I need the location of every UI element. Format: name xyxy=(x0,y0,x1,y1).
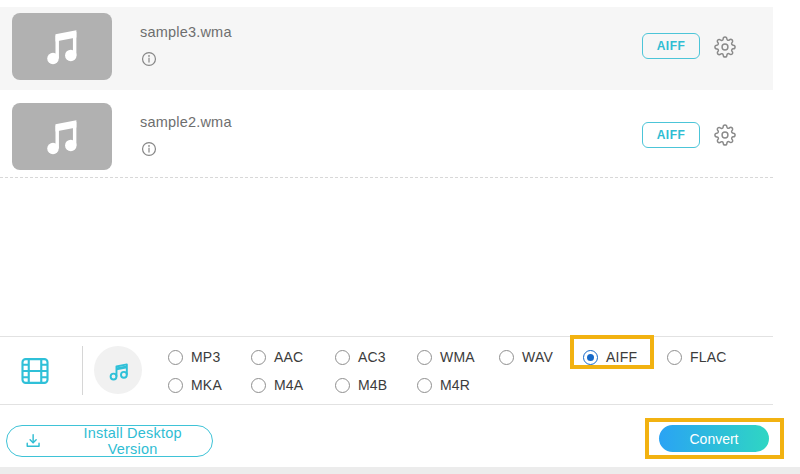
radio-icon xyxy=(499,350,514,365)
audio-thumbnail xyxy=(12,103,112,170)
format-label: AIFF xyxy=(606,349,637,365)
radio-icon xyxy=(417,378,432,393)
radio-icon xyxy=(335,350,350,365)
format-radio-m4a[interactable]: M4A xyxy=(251,376,303,394)
format-label: MKA xyxy=(191,377,222,393)
install-label: Install Desktop Version xyxy=(59,425,206,457)
format-label: M4B xyxy=(358,377,387,393)
format-radio-mka[interactable]: MKA xyxy=(168,376,222,394)
radio-icon xyxy=(168,350,183,365)
format-radio-m4r[interactable]: M4R xyxy=(417,376,470,394)
file-name: sample2.wma xyxy=(140,114,232,130)
radio-icon-selected xyxy=(583,350,598,365)
radio-icon xyxy=(335,378,350,393)
radio-icon xyxy=(417,350,432,365)
file-format-button[interactable]: AIFF xyxy=(642,122,700,148)
format-label: MP3 xyxy=(191,349,220,365)
format-radio-aac[interactable]: AAC xyxy=(251,348,303,366)
install-desktop-version-button[interactable]: Install Desktop Version xyxy=(6,425,213,457)
format-radio-m4b[interactable]: M4B xyxy=(335,376,387,394)
info-icon[interactable] xyxy=(140,140,158,158)
format-label: AC3 xyxy=(358,349,386,365)
radio-icon xyxy=(251,378,266,393)
bottom-edge-strip xyxy=(0,467,800,474)
format-radio-wma[interactable]: WMA xyxy=(417,348,475,366)
format-label: M4A xyxy=(274,377,303,393)
film-icon[interactable] xyxy=(20,356,50,386)
file-name: sample3.wma xyxy=(140,24,232,40)
music-note-icon xyxy=(39,114,85,160)
music-note-icon xyxy=(39,24,85,70)
music-note-icon xyxy=(105,357,132,384)
file-row[interactable]: sample2.wma AIFF xyxy=(0,90,773,178)
convert-button[interactable]: Convert xyxy=(659,425,769,452)
format-label: AAC xyxy=(274,349,303,365)
format-radio-mp3[interactable]: MP3 xyxy=(168,348,220,366)
audio-format-category-button[interactable] xyxy=(94,346,142,394)
format-radio-aiff[interactable]: AIFF xyxy=(583,348,637,366)
radio-icon xyxy=(168,378,183,393)
format-radio-flac[interactable]: FLAC xyxy=(667,348,727,366)
converter-window: sample3.wma AIFF sample2.wma xyxy=(0,0,800,474)
radio-icon xyxy=(251,350,266,365)
file-format-button[interactable]: AIFF xyxy=(642,33,700,59)
format-label: M4R xyxy=(440,377,470,393)
format-radio-ac3[interactable]: AC3 xyxy=(335,348,386,366)
format-radio-wav[interactable]: WAV xyxy=(499,348,553,366)
format-label: WMA xyxy=(440,349,475,365)
gear-icon[interactable] xyxy=(714,36,736,58)
file-row[interactable]: sample3.wma AIFF xyxy=(0,7,773,90)
format-label: WAV xyxy=(522,349,553,365)
download-icon xyxy=(23,431,43,452)
info-icon[interactable] xyxy=(140,50,158,68)
audio-thumbnail xyxy=(12,13,112,80)
gear-icon[interactable] xyxy=(714,124,736,146)
format-bar: MP3 AAC AC3 WMA WAV AIFF FLAC MKA xyxy=(0,336,773,405)
format-label: FLAC xyxy=(690,349,727,365)
radio-icon xyxy=(667,350,682,365)
divider xyxy=(82,346,83,395)
